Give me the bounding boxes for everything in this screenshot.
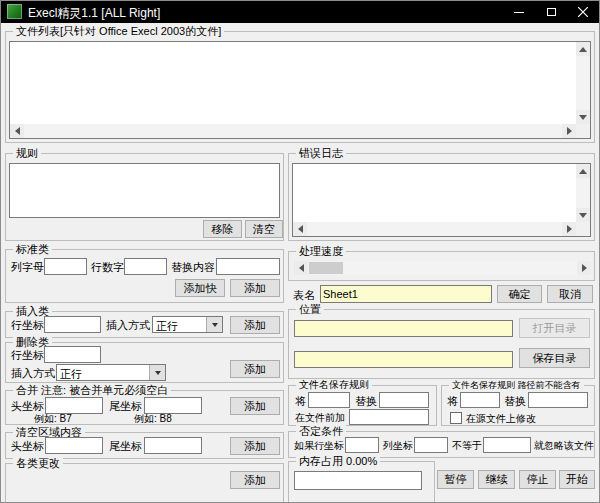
rules-group-label: 规则 bbox=[13, 147, 41, 159]
replace-to-input[interactable] bbox=[379, 392, 429, 408]
scroll-down-button[interactable] bbox=[576, 110, 590, 124]
error-log-vscrollbar[interactable] bbox=[576, 164, 590, 222]
clear-region-tail-label: 尾坐标 bbox=[109, 440, 142, 452]
delete-row-coord-label: 行坐标 bbox=[11, 349, 44, 361]
standard-add-button[interactable]: 添加 bbox=[230, 279, 280, 297]
file-list-vscrollbar[interactable] bbox=[576, 42, 590, 124]
scroll-right-button[interactable] bbox=[562, 124, 576, 138]
scroll-left-button[interactable] bbox=[293, 222, 307, 236]
delete-group: 删除类 行坐标 插入方式 正行 添加 bbox=[5, 342, 284, 383]
error-log-list[interactable] bbox=[292, 163, 591, 237]
window-title: Execl精灵1.1 [ALL Right] bbox=[28, 5, 160, 22]
ok-button[interactable]: 确定 bbox=[497, 285, 542, 303]
file-list-hscrollbar[interactable] bbox=[10, 124, 576, 138]
insert-group: 插入类 行坐标 插入方式 正行 添加 bbox=[5, 311, 284, 338]
clear-region-group: 清空区域内容 头坐标 尾坐标 添加 bbox=[5, 432, 284, 459]
standard-group-label: 标准类 bbox=[13, 243, 52, 255]
filename-rule-path-group: 文件名保存规则 路径前不能含有 将 替换 在源文件上修改 bbox=[441, 385, 595, 426]
dropdown-arrow-button[interactable] bbox=[206, 317, 222, 332]
speed-left-button[interactable] bbox=[294, 261, 308, 275]
path-replace-from-input[interactable] bbox=[460, 392, 500, 408]
replace-content-input[interactable] bbox=[216, 258, 280, 275]
speed-slider[interactable] bbox=[294, 261, 591, 275]
merge-head-input[interactable] bbox=[45, 397, 103, 414]
insert-mode-label: 插入方式 bbox=[106, 319, 150, 331]
sheet-name-input[interactable] bbox=[320, 285, 492, 303]
filename-rule-group-label: 文件名保存规则 bbox=[296, 379, 372, 391]
modify-source-checkbox[interactable] bbox=[450, 412, 462, 424]
delete-mode-label: 插入方式 bbox=[11, 367, 55, 379]
merge-tail-label: 尾坐标 bbox=[109, 400, 142, 412]
col-coord-input[interactable] bbox=[414, 437, 448, 453]
delete-add-button[interactable]: 添加 bbox=[230, 360, 280, 378]
misc-add-button[interactable]: 添加 bbox=[230, 471, 280, 489]
scroll-down-button[interactable] bbox=[576, 208, 590, 222]
col-letter-input[interactable] bbox=[44, 258, 87, 275]
continue-button[interactable]: 继续 bbox=[478, 470, 515, 489]
memory-group: 内存占用 0.00% bbox=[288, 461, 435, 503]
speed-group-label: 处理速度 bbox=[296, 245, 346, 257]
speed-right-button[interactable] bbox=[577, 261, 591, 275]
clear-region-tail-input[interactable] bbox=[144, 437, 202, 454]
merge-tail-example: 例如: B8 bbox=[134, 413, 172, 425]
cancel-button[interactable]: 取消 bbox=[547, 285, 593, 303]
minimize-button[interactable] bbox=[503, 1, 535, 23]
stop-button[interactable]: 停止 bbox=[519, 470, 556, 489]
merge-tail-input[interactable] bbox=[144, 397, 202, 414]
start-button[interactable]: 开始 bbox=[559, 470, 595, 489]
open-dir-button[interactable]: 打开目录 bbox=[519, 318, 590, 338]
scroll-left-button[interactable] bbox=[10, 124, 24, 138]
merge-group-label: 合并 注意: 被合并单元必须空白 bbox=[13, 384, 171, 396]
memory-progress-bar bbox=[294, 471, 422, 490]
scroll-left-icon bbox=[15, 127, 20, 135]
add-fast-button[interactable]: 添加快 bbox=[175, 279, 225, 297]
col-coord-label: 列坐标 bbox=[383, 440, 413, 452]
clear-region-add-button[interactable]: 添加 bbox=[230, 437, 280, 455]
minimize-icon bbox=[514, 12, 524, 13]
save-path-input[interactable] bbox=[294, 351, 513, 368]
dropdown-arrow-button[interactable] bbox=[149, 365, 165, 380]
titlebar[interactable]: Execl精灵1.1 [ALL Right] bbox=[1, 1, 599, 23]
clear-region-head-input[interactable] bbox=[45, 437, 103, 454]
insert-mode-combo[interactable]: 正行 bbox=[152, 316, 223, 333]
insert-row-coord-input[interactable] bbox=[44, 316, 101, 333]
prefix-input[interactable] bbox=[349, 409, 429, 425]
delete-mode-value: 正行 bbox=[60, 367, 82, 382]
maximize-button[interactable] bbox=[535, 1, 567, 23]
path-replace-to-input[interactable] bbox=[528, 392, 588, 408]
close-button[interactable] bbox=[567, 1, 599, 23]
replace-to-label: 替换 bbox=[355, 395, 377, 407]
file-list-group: 文件列表[只针对 Office Execl 2003的文件] bbox=[5, 31, 595, 143]
scroll-up-icon bbox=[579, 47, 587, 52]
speed-slider-thumb[interactable] bbox=[309, 262, 343, 274]
delete-row-coord-input[interactable] bbox=[44, 346, 101, 363]
scrollbar-corner bbox=[576, 222, 590, 236]
open-path-input[interactable] bbox=[294, 320, 513, 337]
rules-list[interactable] bbox=[9, 163, 280, 218]
maximize-icon bbox=[547, 8, 556, 16]
clear-rules-button[interactable]: 清空 bbox=[245, 220, 283, 238]
scroll-right-button[interactable] bbox=[562, 222, 576, 236]
scroll-up-button[interactable] bbox=[576, 42, 590, 56]
location-group: 位置 打开目录 保存目录 bbox=[288, 309, 595, 379]
rules-group: 规则 移除 清空 bbox=[5, 153, 284, 241]
pause-button[interactable]: 暂停 bbox=[437, 470, 474, 489]
error-log-hscrollbar[interactable] bbox=[293, 222, 576, 236]
app-window: Execl精灵1.1 [ALL Right] 文件列表[只针对 Office E… bbox=[0, 0, 600, 503]
scroll-up-button[interactable] bbox=[576, 164, 590, 178]
not-equal-input[interactable] bbox=[483, 437, 531, 453]
chevron-down-icon bbox=[212, 323, 218, 327]
file-list[interactable] bbox=[9, 41, 591, 139]
scroll-down-icon bbox=[579, 213, 587, 218]
merge-add-button[interactable]: 添加 bbox=[230, 397, 280, 415]
insert-add-button[interactable]: 添加 bbox=[230, 316, 280, 334]
save-dir-button[interactable]: 保存目录 bbox=[519, 348, 590, 368]
remove-rule-button[interactable]: 移除 bbox=[203, 220, 242, 238]
if-row-coord-input[interactable] bbox=[345, 437, 379, 453]
row-number-input[interactable] bbox=[124, 258, 167, 275]
replace-from-input[interactable] bbox=[308, 392, 350, 408]
path-replace-from-label: 将 bbox=[447, 395, 458, 407]
sheet-name-label: 表名 bbox=[293, 289, 315, 301]
memory-usage-value: 0.00% bbox=[346, 455, 377, 467]
delete-mode-combo[interactable]: 正行 bbox=[56, 364, 166, 381]
